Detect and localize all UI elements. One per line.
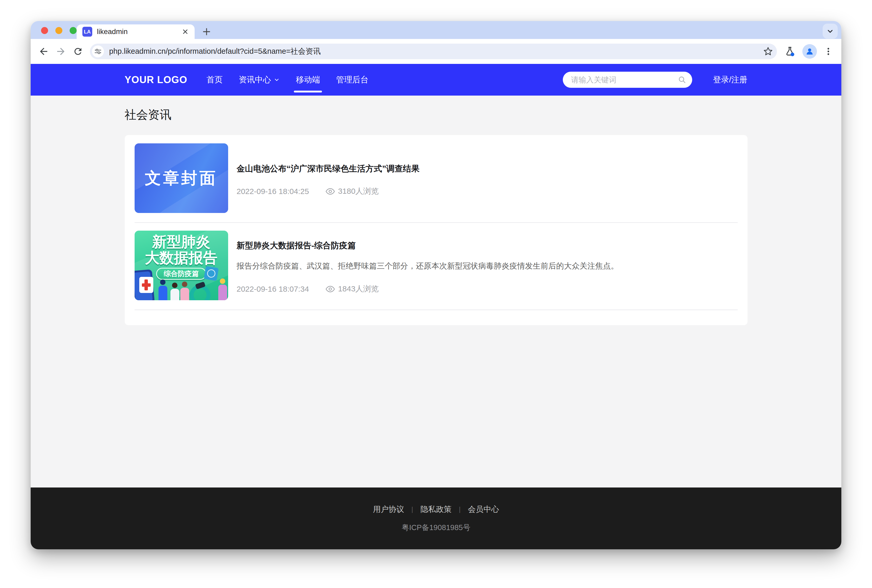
nav-item-home[interactable]: 首页 [207,64,223,96]
site-settings-icon[interactable] [92,45,104,57]
red-cross-icon [139,277,153,293]
article-2-meta: 2022-09-16 18:07:34 1843人浏览 [237,284,738,294]
new-tab-button[interactable] [200,25,213,38]
person-illustration [170,283,179,300]
browser-menu-icon[interactable] [822,45,835,58]
mac-traffic-lights [41,27,77,34]
mac-minimize-button[interactable] [56,27,62,34]
mac-zoom-button[interactable] [70,27,77,34]
article-1-cover-text: 文章封面 [145,167,218,189]
footer-link-privacy-policy[interactable]: 隐私政策 [420,504,452,515]
search-icon[interactable] [678,75,686,84]
article-2-title[interactable]: 新型肺炎大数据报告-综合防疫篇 [237,240,738,250]
person-illustration [180,282,189,300]
article-2-cover-title: 新型肺炎 大数据报告 [145,234,218,266]
article-1-meta: 2022-09-16 18:04:25 3180人浏览 [237,186,738,196]
footer-separator: | [459,506,461,513]
article-2-views: 1843人浏览 [338,284,379,294]
person-illustration [218,278,227,300]
article-row-2[interactable]: 新型肺炎 大数据报告 综合防疫篇 [135,223,738,310]
eye-icon [326,285,335,293]
labs-flask-icon[interactable] [783,45,797,58]
chevron-down-icon [274,76,280,83]
article-1-title[interactable]: 金山电池公布“沪广深市民绿色生活方式”调查结果 [237,164,738,174]
footer-separator: | [411,506,413,513]
address-bar[interactable]: php.likeadmin.cn/pc/information/default?… [90,44,777,59]
reload-icon[interactable] [71,45,85,58]
tab-search-chevron-button[interactable] [822,24,838,39]
article-1-cover[interactable]: 文章封面 [135,143,228,213]
site-logo[interactable]: YOUR LOGO [125,74,188,86]
main-nav: 首页 资讯中心 移动端 管理后台 [207,64,384,96]
fingerprint-illustration [204,266,219,281]
eye-icon [326,188,335,195]
bookmark-star-icon[interactable] [763,46,773,57]
forward-icon[interactable] [54,45,68,58]
footer-links: 用户协议 | 隐私政策 | 会员中心 [373,504,499,515]
search-box [563,72,692,88]
article-2-description: 报告分综合防疫篇、武汉篇、拒绝野味篇三个部分，还原本次新型冠状病毒肺炎疫情发生前… [237,261,738,271]
login-register-link[interactable]: 登录/注册 [713,74,747,85]
footer-link-user-agreement[interactable]: 用户协议 [373,504,404,515]
smartwatch-illustration [190,285,210,300]
tab-favicon: LA [83,27,92,37]
tab-title: likeadmin [97,27,182,36]
back-icon[interactable] [37,45,50,58]
tab-close-icon[interactable] [182,28,189,35]
article-2-cover[interactable]: 新型肺炎 大数据报告 综合防疫篇 [135,231,228,300]
person-illustration [159,279,167,300]
article-list-card: 文章封面 金山电池公布“沪广深市民绿色生活方式”调查结果 2022-09-16 … [125,135,747,325]
article-2-date: 2022-09-16 18:07:34 [237,285,309,294]
search-input[interactable] [570,75,678,84]
article-1-views: 3180人浏览 [338,186,379,196]
article-row-1[interactable]: 文章封面 金山电池公布“沪广深市民绿色生活方式”调查结果 2022-09-16 … [135,143,738,223]
profile-avatar[interactable] [802,44,817,59]
page-content: 社会资讯 文章封面 金山电池公布“沪广深市民绿色生活方式”调查结果 2022-0… [31,96,841,488]
browser-window: LA likeadmin [31,21,841,549]
nav-item-mobile[interactable]: 移动端 [296,64,320,96]
nav-item-admin[interactable]: 管理后台 [336,64,368,96]
site-header: YOUR LOGO 首页 资讯中心 移动端 管理后台 [31,64,841,96]
cover-illustration [135,272,228,300]
footer-link-member-center[interactable]: 会员中心 [468,504,499,515]
page-title: 社会资讯 [125,107,747,123]
tab-strip: LA likeadmin [31,21,841,39]
url-text[interactable]: php.likeadmin.cn/pc/information/default?… [109,46,763,57]
nav-item-news-center[interactable]: 资讯中心 [239,64,280,96]
browser-tab[interactable]: LA likeadmin [77,24,195,39]
browser-toolbar: php.likeadmin.cn/pc/information/default?… [31,39,841,64]
site-footer: 用户协议 | 隐私政策 | 会员中心 粤ICP备19081985号 [31,488,841,549]
mac-close-button[interactable] [41,27,48,34]
footer-icp-number: 粤ICP备19081985号 [402,522,470,533]
article-1-date: 2022-09-16 18:04:25 [237,187,309,196]
